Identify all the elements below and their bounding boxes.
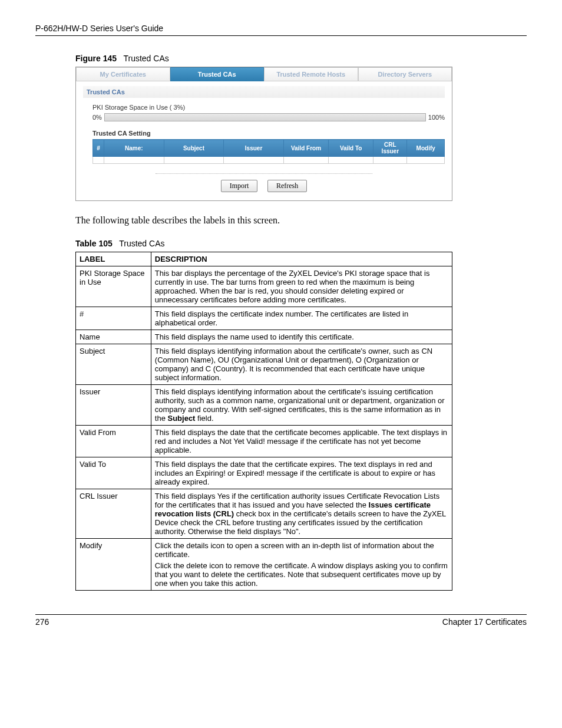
col-name[interactable]: Name:: [104, 140, 164, 157]
row-desc: This field displays identifying informat…: [151, 344, 452, 385]
th-description: DESCRIPTION: [151, 252, 452, 266]
row-desc: This field displays identifying informat…: [151, 385, 452, 426]
row-label: Modify: [76, 539, 151, 591]
col-index[interactable]: #: [93, 140, 104, 157]
th-label: LABEL: [76, 252, 151, 266]
intro-paragraph: The following table describes the labels…: [75, 215, 527, 226]
bar-max-label: 100%: [428, 114, 445, 121]
table-row: Issuer This field displays identifying i…: [76, 385, 452, 426]
table-row: Valid To This field displays the date th…: [76, 457, 452, 489]
storage-usage-label: PKI Storage Space in Use ( 3%): [92, 104, 445, 111]
tab-trusted-cas[interactable]: Trusted CAs: [170, 67, 265, 81]
table-row: # This field displays the certificate in…: [76, 307, 452, 330]
storage-bar: [104, 113, 426, 121]
table-title: Trusted CAs: [119, 239, 164, 248]
row-label: Name: [76, 330, 151, 344]
table-row: CRL Issuer This field displays Yes if th…: [76, 489, 452, 539]
import-button[interactable]: Import: [221, 180, 258, 192]
row-label: Valid From: [76, 426, 151, 457]
tab-my-certificates[interactable]: My Certificates: [76, 67, 170, 81]
table-row: Modify Click the details icon to open a …: [76, 539, 452, 591]
row-desc: Click the details icon to open a screen …: [151, 539, 452, 591]
table-row: Valid From This field displays the date …: [76, 426, 452, 457]
figure-number: Figure 145: [75, 54, 117, 63]
row-desc: This field displays Yes if the certifica…: [151, 489, 452, 539]
tab-bar: My Certificates Trusted CAs Trusted Remo…: [76, 67, 452, 81]
row-label: #: [76, 307, 151, 330]
col-issuer[interactable]: Issuer: [224, 140, 284, 157]
screenshot-panel: My Certificates Trusted CAs Trusted Remo…: [75, 67, 452, 201]
setting-title: Trusted CA Setting: [92, 130, 445, 137]
tab-directory-servers[interactable]: Directory Servers: [358, 67, 452, 81]
row-desc: This field displays the date that the ce…: [151, 426, 452, 457]
bar-min-label: 0%: [92, 114, 102, 121]
page-footer: 276 Chapter 17 Certificates: [35, 614, 527, 627]
chapter-label: Chapter 17 Certificates: [442, 617, 527, 627]
table-row: Name This field displays the name used t…: [76, 330, 452, 344]
description-table: LABEL DESCRIPTION PKI Storage Space in U…: [75, 252, 452, 591]
row-desc: This field displays the date that the ce…: [151, 457, 452, 489]
table-number: Table 105: [75, 239, 113, 248]
table-caption: Table 105 Trusted CAs: [75, 239, 527, 248]
row-label: Subject: [76, 344, 151, 385]
col-crl-issuer[interactable]: CRL Issuer: [373, 140, 407, 157]
panel-section-title: Trusted CAs: [83, 86, 445, 98]
figure-title: Trusted CAs: [123, 54, 168, 63]
separator: [156, 173, 372, 174]
row-desc: This field displays the certificate inde…: [151, 307, 452, 330]
row-desc: This field displays the name used to ide…: [151, 330, 452, 344]
refresh-button[interactable]: Refresh: [267, 180, 307, 192]
row-desc: This bar displays the percentage of the …: [151, 266, 452, 307]
page-number: 276: [35, 617, 49, 627]
col-valid-from[interactable]: Vaild From: [283, 140, 328, 157]
row-label: CRL Issuer: [76, 489, 151, 539]
row-label: Issuer: [76, 385, 151, 426]
row-label: Valid To: [76, 457, 151, 489]
page-header: P-662H/HW-D Series User's Guide: [35, 24, 527, 36]
ca-setting-table: # Name: Subject Issuer Vaild From Vaild …: [92, 139, 445, 164]
table-row: PKI Storage Space in Use This bar displa…: [76, 266, 452, 307]
col-modify[interactable]: Modify: [407, 140, 445, 157]
table-row: Subject This field displays identifying …: [76, 344, 452, 385]
figure-caption: Figure 145 Trusted CAs: [75, 54, 527, 63]
col-valid-to[interactable]: Vaild To: [329, 140, 373, 157]
tab-trusted-remote-hosts[interactable]: Trusted Remote Hosts: [264, 67, 358, 81]
row-label: PKI Storage Space in Use: [76, 266, 151, 307]
table-row: [93, 157, 445, 164]
col-subject[interactable]: Subject: [164, 140, 224, 157]
